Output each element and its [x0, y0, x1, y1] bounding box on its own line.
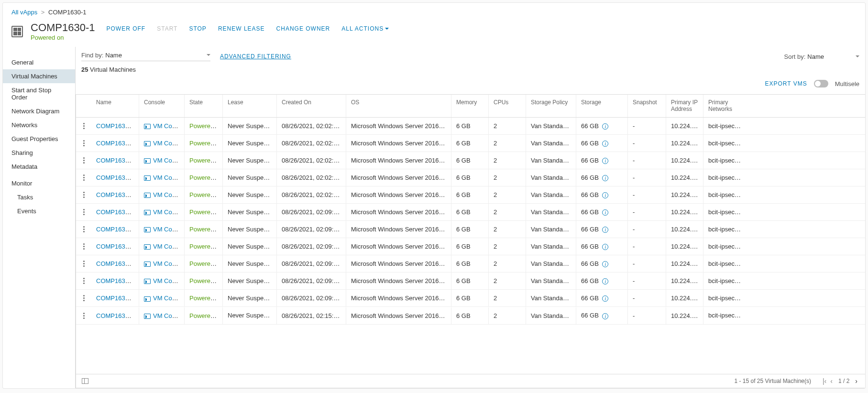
vm-console-link[interactable]: VM Console...	[153, 277, 185, 284]
vm-console-link[interactable]: VM Console...	[153, 295, 185, 302]
row-menu-button[interactable]	[76, 256, 91, 272]
col-cpus[interactable]: CPUs	[489, 95, 526, 117]
sidebar-item-networks[interactable]: Networks	[3, 118, 75, 132]
vm-name-link[interactable]: COMP1630-1-10	[96, 295, 139, 302]
row-menu-button[interactable]	[76, 273, 91, 289]
vm-name-link[interactable]: COMP1630-1-...	[96, 260, 139, 267]
info-icon[interactable]	[602, 158, 608, 164]
sidebar-item-virtual-machines[interactable]: Virtual Machines	[3, 69, 75, 83]
sidebar-item-monitor[interactable]: Monitor	[3, 176, 75, 190]
advanced-filtering-link[interactable]: ADVANCED FILTERING	[220, 53, 291, 60]
info-icon[interactable]	[602, 261, 608, 267]
info-icon[interactable]	[746, 244, 747, 250]
col-lease[interactable]: Lease	[223, 95, 277, 117]
info-icon[interactable]	[746, 158, 747, 164]
info-icon[interactable]	[746, 192, 747, 198]
info-icon[interactable]	[602, 227, 608, 233]
info-icon[interactable]	[602, 141, 608, 147]
sidebar-item-metadata[interactable]: Metadata	[3, 160, 75, 174]
sidebar-item-tasks[interactable]: Tasks	[3, 190, 75, 204]
page-first-button[interactable]: |‹	[823, 377, 826, 385]
row-menu-button[interactable]	[76, 118, 91, 134]
vm-console-link[interactable]: VM Console...	[153, 174, 185, 181]
export-vms-link[interactable]: EXPORT VMS	[765, 80, 807, 87]
vm-name-link[interactable]: COMP1630-1-11	[96, 312, 139, 319]
row-menu-button[interactable]	[76, 239, 91, 254]
col-created[interactable]: Created On	[277, 95, 346, 117]
sidebar-item-guest-properties[interactable]: Guest Properties	[3, 132, 75, 146]
vm-name-link[interactable]: COMP1630-1-...	[96, 122, 139, 130]
row-menu-button[interactable]	[76, 221, 91, 237]
row-menu-button[interactable]	[76, 135, 91, 151]
info-icon[interactable]	[746, 261, 747, 267]
all-actions-dropdown[interactable]: ALL ACTIONS	[341, 25, 389, 32]
vm-name-link[interactable]: COMP1630-1-...	[96, 226, 139, 233]
vm-name-link[interactable]: COMP1630-1-01	[96, 140, 139, 147]
info-icon[interactable]	[746, 209, 747, 216]
row-menu-button[interactable]	[76, 170, 91, 186]
sidebar-item-start-stop-order[interactable]: Start and Stop Order	[3, 83, 75, 104]
sort-by-dropdown[interactable]: Sort by: Name	[784, 53, 859, 60]
vm-console-link[interactable]: VM Console...	[153, 226, 185, 233]
page-prev-button[interactable]: ‹	[830, 377, 833, 385]
power-off-action[interactable]: POWER OFF	[107, 25, 146, 32]
info-icon[interactable]	[746, 123, 747, 130]
row-menu-button[interactable]	[76, 153, 91, 168]
vm-name-link[interactable]: COMP1630-1-...	[96, 174, 139, 181]
vm-name-link[interactable]: COMP1630-1-...	[96, 243, 139, 250]
stop-action[interactable]: STOP	[189, 25, 206, 32]
vm-console-link[interactable]: VM Console...	[153, 260, 185, 267]
row-menu-button[interactable]	[76, 308, 91, 324]
vm-memory: 6 GB	[451, 152, 489, 169]
vm-console-link[interactable]: VM Console...	[153, 157, 185, 164]
vm-name-link[interactable]: COMP1630-1-...	[96, 191, 139, 198]
vm-console-link[interactable]: VM Console...	[153, 122, 185, 130]
row-menu-button[interactable]	[76, 290, 91, 306]
col-storage[interactable]: Storage	[576, 95, 628, 117]
sidebar-item-general[interactable]: General	[3, 55, 75, 69]
info-icon[interactable]	[746, 313, 747, 319]
sidebar-item-sharing[interactable]: Sharing	[3, 146, 75, 160]
col-primary-networks[interactable]: Primary Networks	[703, 95, 747, 117]
col-primary-ip[interactable]: Primary IP Address	[666, 95, 703, 117]
col-snapshot[interactable]: Snapshot	[628, 95, 666, 117]
page-next-button[interactable]: ›	[855, 377, 857, 385]
info-icon[interactable]	[602, 192, 608, 198]
column-picker-icon[interactable]	[82, 378, 88, 384]
info-icon[interactable]	[602, 278, 608, 284]
info-icon[interactable]	[602, 209, 608, 216]
sidebar-item-events[interactable]: Events	[3, 204, 75, 218]
breadcrumb-root[interactable]: All vApps	[11, 9, 37, 16]
info-icon[interactable]	[602, 244, 608, 250]
change-owner-action[interactable]: CHANGE OWNER	[276, 25, 330, 32]
vm-name-link[interactable]: COMP1630-1-...	[96, 208, 139, 216]
col-os[interactable]: OS	[346, 95, 451, 117]
info-icon[interactable]	[602, 123, 608, 130]
vm-console-link[interactable]: VM Console...	[153, 191, 185, 198]
col-name[interactable]: Name	[91, 95, 139, 117]
col-memory[interactable]: Memory	[451, 95, 489, 117]
info-icon[interactable]	[746, 175, 747, 181]
info-icon[interactable]	[746, 227, 747, 233]
info-icon[interactable]	[602, 313, 608, 319]
info-icon[interactable]	[746, 278, 747, 284]
renew-lease-action[interactable]: RENEW LEASE	[218, 25, 265, 32]
vm-name-link[interactable]: COMP1630-1-...	[96, 157, 139, 164]
info-icon[interactable]	[602, 295, 608, 302]
find-by-dropdown[interactable]: Find by: Name	[81, 52, 210, 61]
info-icon[interactable]	[602, 175, 608, 181]
col-storage-policy[interactable]: Storage Policy	[526, 95, 576, 117]
row-menu-button[interactable]	[76, 204, 91, 220]
vm-console-link[interactable]: VM Console...	[153, 243, 185, 250]
info-icon[interactable]	[746, 141, 747, 147]
vm-name-link[interactable]: COMP1630-1-...	[96, 277, 139, 284]
vm-console-link[interactable]: VM Console...	[153, 208, 185, 216]
col-state[interactable]: State	[185, 95, 223, 117]
vm-console-link[interactable]: VM Console...	[153, 140, 185, 147]
vm-console-link[interactable]: VM Console...	[153, 312, 185, 319]
row-menu-button[interactable]	[76, 187, 91, 203]
col-console[interactable]: Console	[139, 95, 185, 117]
info-icon[interactable]	[746, 295, 747, 302]
sidebar-item-network-diagram[interactable]: Network Diagram	[3, 104, 75, 118]
multiselect-toggle[interactable]	[814, 80, 828, 87]
